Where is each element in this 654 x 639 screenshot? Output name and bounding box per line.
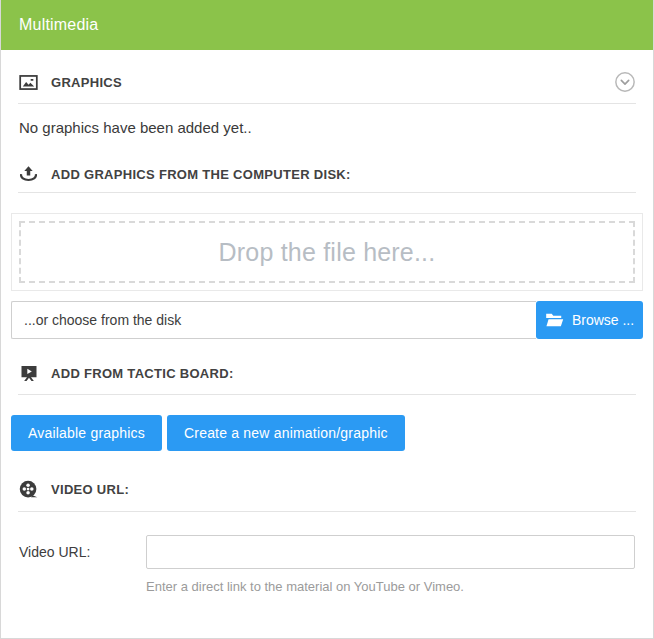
video-section-header: VIDEO URL: (18, 477, 636, 501)
file-dropzone[interactable]: Drop the file here... (11, 213, 643, 291)
divider (18, 511, 636, 512)
video-url-helper-text: Enter a direct link to the material on Y… (146, 579, 635, 594)
tactic-section-header: ADD FROM TACTIC BOARD: (18, 361, 636, 385)
video-section-title: VIDEO URL: (51, 482, 129, 497)
chevron-down-circle-icon[interactable] (614, 71, 636, 93)
tactic-buttons-row: Available graphics Create a new animatio… (11, 415, 643, 451)
file-dropzone-inner: Drop the file here... (19, 221, 635, 283)
graphics-section-header: GRAPHICS (18, 70, 636, 94)
folder-open-icon (545, 312, 564, 328)
divider (18, 192, 636, 193)
panel-header: Multimedia (0, 0, 654, 50)
panel-title: Multimedia (19, 16, 98, 34)
upload-icon (18, 164, 39, 185)
file-picker-row: Browse ... (11, 301, 643, 339)
upload-section-title: ADD GRAPHICS FROM THE COMPUTER DISK: (51, 167, 351, 182)
available-graphics-button[interactable]: Available graphics (11, 415, 162, 451)
divider (18, 394, 636, 395)
create-animation-button[interactable]: Create a new animation/graphic (167, 415, 405, 451)
tactic-section-title: ADD FROM TACTIC BOARD: (51, 366, 234, 381)
file-path-input[interactable] (11, 301, 536, 339)
multimedia-panel: Multimedia GRAPHICS No graphics have bee… (0, 0, 654, 639)
graphics-section-title: GRAPHICS (51, 75, 122, 90)
dropzone-text: Drop the file here... (219, 238, 436, 267)
browse-button[interactable]: Browse ... (536, 301, 643, 339)
graphics-empty-message: No graphics have been added yet.. (19, 118, 635, 138)
video-url-label: Video URL: (19, 544, 146, 560)
presentation-board-icon (18, 363, 39, 384)
divider (18, 103, 636, 104)
video-url-row: Video URL: (19, 535, 635, 569)
video-url-input[interactable] (146, 535, 635, 569)
upload-section-header: ADD GRAPHICS FROM THE COMPUTER DISK: (18, 162, 636, 186)
browse-button-label: Browse ... (572, 312, 634, 328)
film-reel-icon (18, 479, 39, 500)
image-icon (18, 72, 39, 93)
